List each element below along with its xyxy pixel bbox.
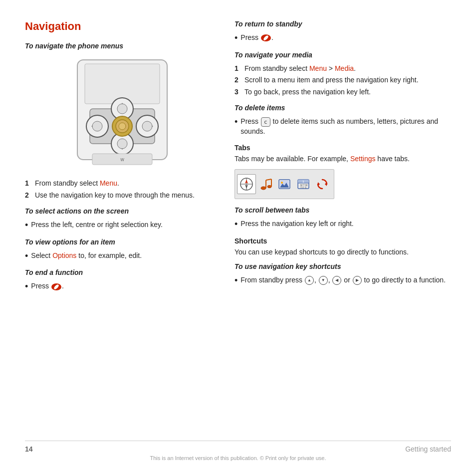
scroll-tabs-title: To scroll between tabs (235, 206, 451, 214)
media-step-3: 3 To go back, press the navigation key l… (235, 87, 451, 97)
svg-point-17 (119, 123, 126, 130)
nav-down-icon (319, 276, 328, 285)
select-actions-list: • Press the left, centre or right select… (25, 220, 220, 231)
nav-left-icon (332, 276, 341, 285)
tab-icon-compass (237, 174, 256, 194)
tabs-heading: Tabs (235, 144, 451, 152)
nav-diagram: w (47, 55, 197, 170)
view-options-list: • Select Options to, for example, edit. (25, 251, 220, 262)
footer-disclaimer: This is an Internet version of this publ… (25, 455, 451, 461)
return-standby-title: To return to standby (235, 20, 451, 28)
end-key-icon-2 (261, 34, 271, 41)
page-title: Navigation (25, 20, 220, 33)
scroll-tabs-list: • Press the navigation key left or right… (235, 219, 451, 230)
end-function-title: To end a function (25, 268, 220, 276)
shortcuts-heading: Shortcuts (235, 237, 451, 245)
delete-items-list: • Press c to delete items such as number… (235, 117, 451, 137)
footer: 14 Getting started (25, 441, 451, 453)
footer-page-number: 14 (25, 445, 33, 453)
right-column: To return to standby • Press . To naviga… (235, 20, 451, 436)
tabs-para: Tabs may be available. For example, Sett… (235, 154, 451, 164)
svg-point-5 (117, 104, 127, 114)
nav-phone-menus-title: To navigate the phone menus (25, 42, 220, 50)
return-standby-list: • Press . (235, 33, 451, 44)
svg-point-33 (281, 182, 283, 184)
page: Navigation To navigate the phone menus (0, 0, 476, 476)
tab-icon-refresh (313, 174, 332, 194)
svg-point-11 (92, 121, 102, 131)
options-link: Options (52, 251, 76, 259)
scroll-tabs-item: • Press the navigation key left or right… (235, 219, 451, 230)
nav-right-icon (353, 276, 362, 285)
tab-icon-image (275, 174, 294, 194)
media-step-2: 2 Scroll to a menu item and press the na… (235, 75, 451, 85)
footer-section: Getting started (405, 445, 451, 453)
end-function-item: • Press . (25, 281, 220, 292)
main-content: Navigation To navigate the phone menus (25, 20, 451, 436)
end-function-list: • Press . (25, 281, 220, 292)
settings-link: Settings (350, 155, 376, 163)
nav-shortcuts-item: • From standby press , , or to go direct… (235, 275, 451, 286)
nav-media-steps: 1 From standby select Menu > Media. 2 Sc… (235, 64, 451, 97)
svg-line-28 (266, 179, 271, 180)
svg-point-14 (142, 121, 152, 131)
tab-icon-calendar: 1 M T W T F S (294, 174, 313, 194)
nav-steps-list: 1 From standby select Menu. 2 Use the na… (25, 179, 220, 200)
c-key-icon: c (261, 117, 270, 127)
nav-step-2: 2 Use the navigation key to move through… (25, 191, 220, 201)
scroll-tabs-text: Press the navigation key left or right. (240, 219, 353, 230)
delete-items-item: • Press c to delete items such as number… (235, 117, 451, 137)
nav-media-title: To navigate your media (235, 51, 451, 59)
svg-text:w: w (120, 157, 124, 162)
nav-step-1: 1 From standby select Menu. (25, 179, 220, 189)
nav-shortcuts-title: To use navigation key shortcuts (235, 262, 451, 270)
svg-point-25 (261, 187, 266, 190)
nav-up-icon (305, 276, 314, 285)
select-actions-text: Press the left, centre or right selectio… (31, 220, 163, 231)
view-options-title: To view options for an item (25, 238, 220, 246)
view-options-item: • Select Options to, for example, edit. (25, 251, 220, 262)
media-link: Media (335, 64, 354, 72)
svg-point-8 (117, 139, 127, 149)
end-key-icon (51, 283, 61, 290)
return-standby-item: • Press . (235, 33, 451, 44)
svg-marker-41 (318, 182, 320, 186)
media-step-1: 1 From standby select Menu > Media. (235, 64, 451, 74)
select-actions-item: • Press the left, centre or right select… (25, 220, 220, 231)
left-column: Navigation To navigate the phone menus (25, 20, 220, 436)
tab-icon-music (256, 174, 275, 194)
svg-text:T F S: T F S (300, 186, 307, 189)
nav-shortcuts-list: • From standby press , , or to go direct… (235, 275, 451, 286)
shortcuts-para: You can use keypad shortcuts to go direc… (235, 247, 451, 257)
svg-marker-40 (325, 182, 327, 186)
svg-point-26 (267, 185, 271, 188)
menu-link: Menu (100, 179, 117, 187)
tabs-image: 1 M T W T F S (235, 169, 334, 199)
select-actions-title: To select actions on the screen (25, 207, 220, 215)
media-menu-link: Menu (309, 64, 327, 72)
delete-items-title: To delete items (235, 104, 451, 112)
